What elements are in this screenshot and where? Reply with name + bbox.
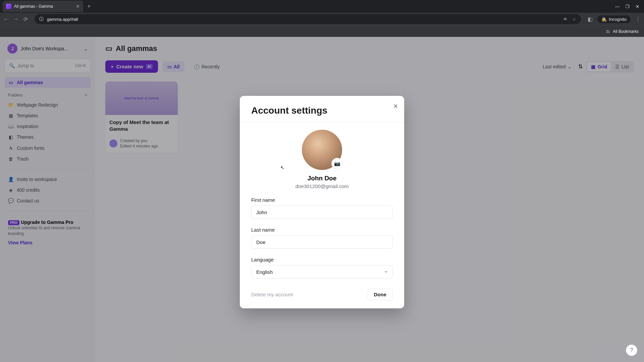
close-icon[interactable]: ✕	[393, 103, 398, 110]
window-close-icon[interactable]: ✕	[636, 4, 639, 9]
modal-title: Account settings	[251, 105, 393, 116]
url-text: gamma.app/#all	[47, 17, 78, 22]
close-icon[interactable]: ✕	[76, 4, 80, 9]
panel-icon[interactable]: ◧	[588, 16, 593, 22]
question-icon: ?	[630, 347, 633, 353]
incognito-badge[interactable]: 🕵 Incognito	[597, 15, 631, 23]
bookmark-bar: 🗀 All Bookmarks	[0, 25, 644, 37]
language-label: Language	[251, 257, 393, 262]
tab-title: All gammas - Gamma	[14, 4, 53, 9]
minimize-icon[interactable]: —	[615, 4, 620, 9]
language-select[interactable]	[251, 265, 393, 279]
user-email: doe301200@gmail.com	[251, 183, 393, 189]
delete-account-link[interactable]: Delete my account	[251, 292, 293, 297]
incognito-icon: 🕵	[601, 17, 607, 22]
favicon	[6, 4, 11, 9]
forward-icon[interactable]: →	[13, 16, 19, 22]
first-name-label: First name	[251, 197, 393, 203]
last-name-field[interactable]	[251, 235, 393, 249]
back-icon[interactable]: ←	[3, 16, 9, 22]
help-button[interactable]: ?	[626, 345, 637, 356]
reload-icon[interactable]: ⟳	[23, 16, 28, 22]
account-settings-modal: Account settings ✕ 📷 John Doe doe301200@…	[240, 96, 404, 308]
menu-icon[interactable]: ⋮	[635, 16, 641, 22]
camera-icon: 📷	[334, 161, 340, 167]
maximize-icon[interactable]: ❐	[626, 4, 630, 9]
eye-off-icon[interactable]: 👁	[563, 17, 568, 22]
user-display-name: John Doe	[251, 175, 393, 182]
change-photo-button[interactable]: 📷	[331, 158, 343, 169]
all-bookmarks-link[interactable]: All Bookmarks	[613, 29, 639, 34]
site-info-icon[interactable]: ⓘ	[39, 16, 44, 22]
address-bar: ← → ⟳ ⓘ gamma.app/#all 👁 ☆ ◧ 🕵 Incognito…	[0, 13, 644, 25]
divider	[240, 122, 404, 122]
new-tab-button[interactable]: +	[87, 3, 91, 10]
browser-tab-strip: All gammas - Gamma ✕ + — ❐ ✕	[0, 0, 644, 13]
star-icon[interactable]: ☆	[572, 17, 576, 22]
folder-icon: 🗀	[606, 29, 610, 34]
done-button[interactable]: Done	[368, 289, 393, 300]
url-input[interactable]: ⓘ gamma.app/#all 👁 ☆	[35, 14, 581, 24]
browser-tab[interactable]: All gammas - Gamma ✕	[3, 1, 83, 12]
first-name-field[interactable]	[251, 205, 393, 219]
last-name-label: Last name	[251, 227, 393, 233]
